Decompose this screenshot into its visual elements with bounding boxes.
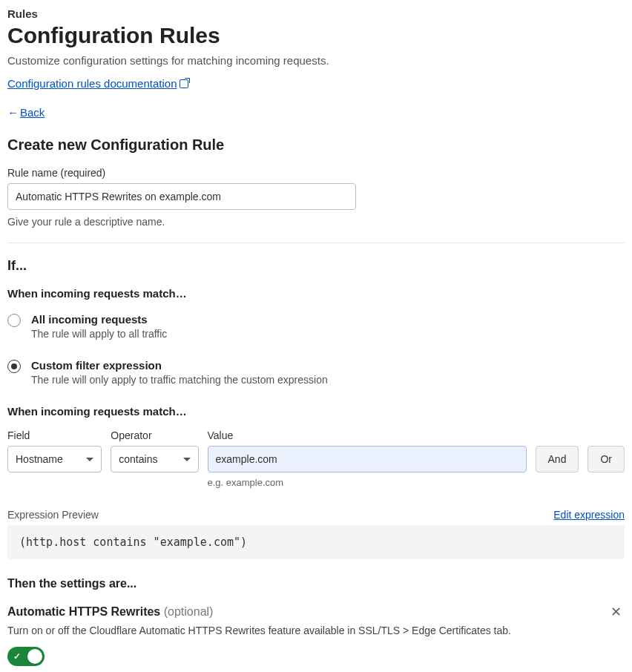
- operator-select-value: contains: [119, 453, 157, 465]
- if-heading: If...: [7, 258, 625, 274]
- setting-title: Automatic HTTPS Rewrites (optional): [7, 605, 511, 619]
- chevron-down-icon: [183, 458, 191, 461]
- chevron-down-icon: [86, 458, 93, 461]
- page-subtitle: Customize configuration settings for mat…: [7, 54, 625, 67]
- radio-custom-filter[interactable]: Custom filter expression The rule will o…: [7, 359, 625, 386]
- radio-icon: [7, 360, 21, 373]
- check-icon: ✓: [13, 651, 21, 662]
- divider: [7, 243, 625, 243]
- radio-all-title: All incoming requests: [31, 313, 167, 326]
- radio-custom-desc: The rule will only apply to traffic matc…: [31, 374, 328, 386]
- back-link[interactable]: ←Back: [7, 106, 45, 119]
- rule-name-help: Give your rule a descriptive name.: [7, 216, 625, 228]
- rule-name-label: Rule name (required): [7, 167, 625, 179]
- docs-link-text: Configuration rules documentation: [7, 77, 177, 90]
- radio-custom-title: Custom filter expression: [31, 359, 328, 372]
- value-input[interactable]: [208, 446, 527, 472]
- setting-optional: (optional): [164, 605, 214, 618]
- operator-select[interactable]: contains: [111, 446, 198, 472]
- radio-icon: [7, 314, 21, 327]
- arrow-left-icon: ←: [7, 106, 19, 119]
- docs-link[interactable]: Configuration rules documentation: [7, 77, 188, 90]
- rule-name-input[interactable]: [7, 183, 356, 210]
- value-hint: e.g. example.com: [208, 477, 527, 488]
- back-link-text: Back: [20, 106, 45, 119]
- or-button[interactable]: Or: [587, 446, 625, 472]
- radio-all-desc: The rule will apply to all traffic: [31, 328, 167, 340]
- create-heading: Create new Configuration Rule: [7, 136, 625, 154]
- field-select-value: Hostname: [16, 453, 63, 465]
- remove-setting-button[interactable]: ✕: [608, 605, 625, 619]
- radio-all-incoming[interactable]: All incoming requests The rule will appl…: [7, 313, 625, 340]
- then-heading: Then the settings are...: [7, 577, 625, 590]
- expression-preview-label: Expression Preview: [7, 509, 99, 521]
- page-title: Configuration Rules: [7, 23, 625, 48]
- match-heading: When incoming requests match…: [7, 287, 625, 300]
- match-heading-2: When incoming requests match…: [7, 405, 625, 418]
- breadcrumb: Rules: [7, 7, 625, 20]
- operator-label: Operator: [111, 429, 198, 441]
- edit-expression-link[interactable]: Edit expression: [553, 509, 625, 521]
- and-button[interactable]: And: [536, 446, 579, 472]
- expression-preview-code: (http.host contains "example.com"): [7, 525, 625, 559]
- value-label: Value: [208, 429, 527, 441]
- toggle-knob: [27, 649, 42, 664]
- field-label: Field: [7, 429, 102, 441]
- setting-name: Automatic HTTPS Rewrites: [7, 605, 160, 618]
- setting-desc: Turn on or off the Cloudflare Automatic …: [7, 625, 511, 636]
- close-icon: ✕: [610, 605, 622, 619]
- external-link-icon: [180, 79, 188, 88]
- https-rewrites-toggle[interactable]: ✓: [7, 647, 45, 666]
- field-select[interactable]: Hostname: [7, 446, 102, 472]
